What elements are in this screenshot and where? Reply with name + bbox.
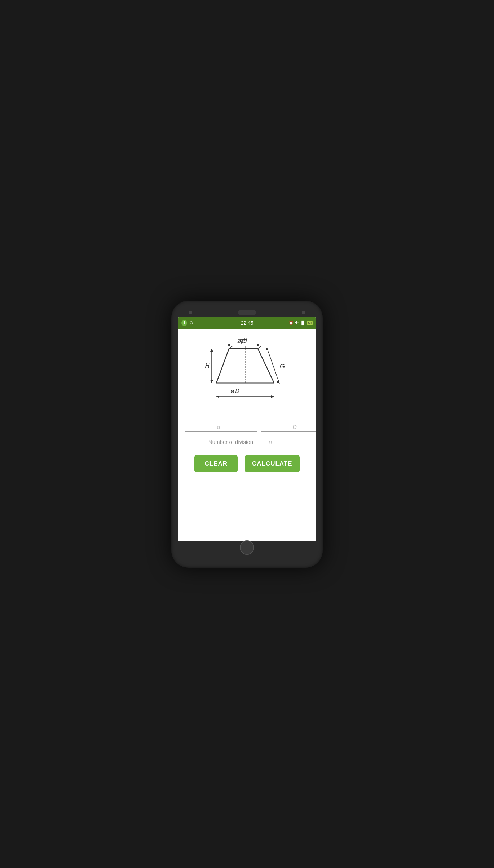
svg-line-8 — [258, 349, 274, 383]
svg-text:H: H — [205, 362, 210, 369]
D-input[interactable] — [261, 423, 316, 432]
app-content: φd ø d — [178, 329, 316, 541]
svg-marker-16 — [210, 380, 213, 383]
status-right: ⏰ H⁺ ▐▌ 59 — [289, 321, 313, 325]
clear-button[interactable]: CLEAR — [194, 455, 238, 472]
speaker — [238, 310, 256, 315]
notification-badge: 1 — [181, 320, 187, 326]
phone-bottom — [178, 541, 316, 552]
svg-text:G: G — [280, 363, 285, 370]
svg-text:d: d — [242, 337, 246, 344]
division-row: Number of division — [185, 437, 309, 446]
svg-text:ø: ø — [237, 337, 241, 344]
phone-screen: 1 ☮ 22:45 ⏰ H⁺ ▐▌ 59 φd ø d — [178, 317, 316, 541]
buttons-row: CLEAR CALCULATE — [185, 455, 309, 472]
battery-level: 59 — [307, 321, 313, 325]
svg-line-18 — [267, 348, 279, 384]
phone-top — [178, 307, 316, 317]
svg-line-7 — [216, 349, 229, 383]
svg-line-10 — [229, 346, 233, 349]
d-input[interactable] — [185, 423, 257, 432]
svg-line-11 — [258, 346, 261, 349]
division-label: Number of division — [208, 439, 253, 445]
svg-text:D: D — [235, 388, 239, 394]
dimension-inputs-row — [185, 423, 309, 432]
calculate-button[interactable]: CALCULATE — [245, 455, 300, 472]
svg-marker-15 — [210, 349, 213, 352]
signal-bars: ▐▌ — [300, 321, 305, 325]
status-bar: 1 ☮ 22:45 ⏰ H⁺ ▐▌ 59 — [178, 317, 316, 329]
phone-frame: 1 ☮ 22:45 ⏰ H⁺ ▐▌ 59 φd ø d — [171, 301, 323, 568]
svg-text:ø: ø — [231, 388, 234, 394]
n-input[interactable] — [260, 437, 286, 446]
frustum-diagram: φd ø d — [197, 336, 297, 415]
diagram-area: φd ø d — [185, 336, 309, 415]
alarm-icon: ⏰ — [289, 321, 293, 325]
front-camera — [189, 311, 192, 314]
signal-icon: H⁺ — [295, 321, 299, 325]
sensor — [302, 311, 305, 314]
inputs-area: Number of division CLEAR CALCULATE — [185, 423, 309, 472]
svg-marker-26 — [271, 395, 274, 398]
status-left: 1 ☮ — [181, 320, 193, 326]
home-button[interactable] — [240, 540, 254, 555]
svg-marker-4 — [227, 344, 230, 346]
svg-marker-25 — [216, 395, 219, 398]
android-icon: ☮ — [189, 320, 193, 326]
status-time: 22:45 — [241, 320, 253, 326]
